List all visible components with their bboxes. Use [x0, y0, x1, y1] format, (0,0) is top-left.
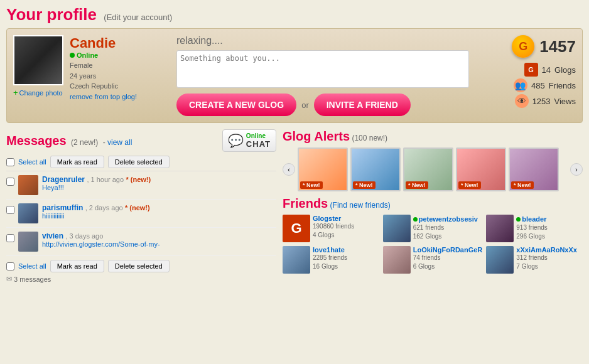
messages-title-group: Messages (2 new!) - view all: [6, 134, 132, 148]
or-text: or: [301, 100, 309, 110]
message-list: Dragenruler , 1 hour ago * (new!) Heya!!…: [6, 171, 276, 256]
profile-info: Candie Online Female 24 years Czech Repu…: [70, 35, 170, 102]
message-item: Dragenruler , 1 hour ago * (new!) Heya!!…: [6, 171, 276, 200]
friend-info-aaron: xXxiAmAaRoNxXx 312 friends 7 Glogs: [516, 246, 577, 271]
mark-read-top-button[interactable]: Mark as read: [50, 156, 104, 168]
carousel-next-button[interactable]: ›: [570, 163, 583, 176]
msg-time-3: , 3 days ago: [65, 232, 103, 240]
status-text: relaxing....: [176, 35, 469, 46]
about-textarea[interactable]: [176, 50, 469, 88]
delete-selected-top-button[interactable]: Delete selected: [108, 156, 170, 168]
friend-avatar-pete: [383, 215, 411, 242]
friends-section: Friends (Find new friends) G Glogster 19…: [283, 196, 583, 274]
profile-details: Female 24 years Czech Republic remove fr…: [70, 60, 170, 102]
delete-selected-bottom-button[interactable]: Delete selected: [108, 260, 170, 272]
friend-card-glogster: G Glogster 190860 friends 4 Glogs: [283, 215, 379, 242]
create-glog-button[interactable]: CREATE A NEW GLOG: [176, 94, 296, 116]
glog-alerts-count: (100 new!): [352, 134, 387, 142]
glogster-g-icon: G: [512, 35, 534, 58]
friends-count: 485: [531, 81, 545, 90]
profile-middle: relaxing.... CREATE A NEW GLOG or INVITE…: [176, 35, 469, 116]
msg-time-2: , 2 days ago: [85, 204, 123, 211]
profile-actions: CREATE A NEW GLOG or INVITE A FRIEND: [176, 94, 469, 116]
friends-title: Friends: [283, 196, 328, 210]
msg-sender-1[interactable]: Dragenruler: [42, 175, 85, 184]
glog-thumb-3[interactable]: * New!: [403, 147, 453, 191]
friend-name-glogster[interactable]: Glogster: [313, 215, 354, 222]
msg-avatar-1: [18, 175, 38, 195]
msg-footer: ✉ 3 messages: [6, 275, 276, 283]
glogs-stat-icon: G: [524, 63, 538, 77]
chat-button[interactable]: 💬 Online CHAT: [222, 129, 276, 152]
glog-thumbs: * New! * New! * New!: [298, 147, 568, 191]
friend-online-pete: petewentzobsesiv: [413, 215, 478, 223]
glog-alerts-section: Glog Alerts (100 new!) ‹ * New! * New!: [283, 129, 583, 191]
profile-name: Candie: [70, 35, 170, 51]
friend-info-glogster: Glogster 190860 friends 4 Glogs: [313, 215, 354, 240]
page-wrapper: Your profile (Edit your account) + Chang…: [0, 0, 589, 288]
profile-section: + Change photo Candie Online Female 24 y…: [6, 28, 583, 123]
right-column: Glog Alerts (100 new!) ‹ * New! * New!: [283, 129, 583, 283]
page-header: Your profile (Edit your account): [6, 5, 583, 24]
msg-checkbox-1[interactable]: [6, 178, 14, 186]
online-dot-icon: [70, 53, 75, 58]
glog-thumb-1[interactable]: * New!: [298, 147, 348, 191]
msg-top-controls: Select all Mark as read Delete selected: [6, 156, 276, 168]
page-title: Your profile: [6, 5, 97, 24]
friend-avatar-love1hate: [283, 246, 310, 274]
msg-sender-2[interactable]: parismuffin: [42, 203, 83, 212]
change-photo-link[interactable]: + Change photo: [13, 88, 63, 97]
glog-carousel: ‹ * New! * New!: [283, 147, 583, 191]
glog-thumb-2[interactable]: * New!: [350, 147, 401, 191]
msg-preview-2[interactable]: hiiiiiiiiiiii: [42, 212, 276, 220]
messages-title: Messages: [6, 134, 67, 147]
select-all-bottom-link[interactable]: Select all: [18, 262, 46, 270]
friend-info-love1hate: love1hate 2285 friends 16 Glogs: [313, 246, 347, 271]
msg-body-3: vivien , 3 days ago http://vivien.glogst…: [42, 232, 276, 248]
main-content: Messages (2 new!) - view all 💬 Online CH…: [6, 129, 583, 283]
select-all-checkbox-bottom[interactable]: [6, 262, 14, 270]
mark-read-bottom-button[interactable]: Mark as read: [50, 260, 104, 272]
chat-bubble-icon: 💬: [228, 133, 244, 148]
new-badge-2: * New!: [353, 181, 376, 189]
glog-points: G 1457: [475, 35, 576, 58]
views-count: 1253: [532, 97, 551, 106]
glogs-label: Glogs: [554, 65, 576, 75]
friend-stats-glogster: 190860 friends 4 Glogs: [313, 222, 354, 240]
glogs-stat-row: G 14 Glogs: [475, 63, 576, 77]
new-badge-1: * New!: [300, 181, 323, 189]
msg-body-2: parismuffin , 2 days ago * (new!) hiiiii…: [42, 203, 276, 220]
glog-thumb-5[interactable]: * New!: [509, 147, 559, 191]
msg-checkbox-3[interactable]: [6, 234, 14, 242]
select-all-top-link[interactable]: Select all: [18, 158, 46, 166]
msg-time-1: , 1 hour ago: [87, 176, 124, 183]
select-all-checkbox-top[interactable]: [6, 158, 14, 166]
glogs-count: 14: [542, 65, 551, 75]
view-all-link[interactable]: view all: [107, 138, 132, 147]
friends-label: Friends: [549, 81, 576, 90]
glog-alerts-title: Glog Alerts: [283, 129, 350, 143]
friends-grid: G Glogster 190860 friends 4 Glogs: [283, 215, 583, 274]
friend-info-pete: petewentzobsesiv 621 friends 162 Glogs: [413, 215, 478, 241]
profile-avatar: [13, 35, 63, 85]
msg-checkbox-2[interactable]: [6, 206, 14, 214]
msg-sender-3[interactable]: vivien: [42, 232, 63, 240]
message-item: parismuffin , 2 days ago * (new!) hiiiii…: [6, 200, 276, 228]
msg-preview-3[interactable]: http://vivien.glogster.com/Some-of-my-: [42, 240, 276, 248]
msg-bottom-controls: Select all Mark as read Delete selected: [6, 260, 276, 272]
friends-header: Friends (Find new friends): [283, 196, 583, 211]
friend-avatar-aaron: [486, 246, 514, 274]
page-title-sub: (Edit your account): [104, 13, 172, 22]
remove-from-top-glog-link[interactable]: remove from top glog!: [70, 93, 137, 100]
friends-stat-row: 👥 485 Friends: [475, 78, 576, 92]
invite-friend-button[interactable]: INVITE A FRIEND: [314, 94, 411, 116]
msg-preview-1[interactable]: Heya!!!: [42, 184, 276, 191]
msg-new-2: * (new!): [125, 204, 150, 211]
find-new-friends-link[interactable]: (Find new friends): [330, 201, 391, 210]
friend-online-bleader: bleader: [516, 215, 547, 223]
glog-thumb-4[interactable]: * New!: [456, 147, 506, 191]
friend-card-pete: petewentzobsesiv 621 friends 162 Glogs: [383, 215, 483, 242]
carousel-prev-button[interactable]: ‹: [283, 163, 295, 176]
message-item: vivien , 3 days ago http://vivien.glogst…: [6, 228, 276, 256]
msg-body-1: Dragenruler , 1 hour ago * (new!) Heya!!…: [42, 175, 276, 191]
